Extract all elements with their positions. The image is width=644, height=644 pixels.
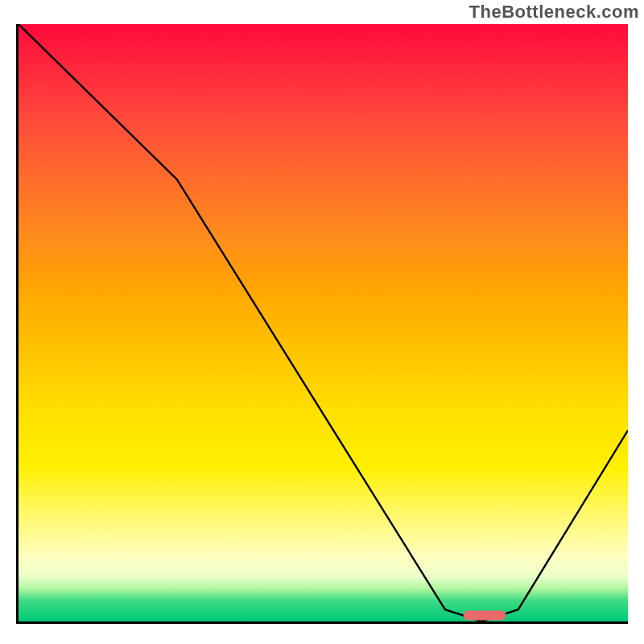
plot-area — [16, 24, 628, 624]
curve-svg — [19, 24, 628, 621]
bottleneck-curve-path — [19, 24, 628, 621]
optimum-marker — [464, 611, 506, 621]
chart-container: TheBottleneck.com — [0, 0, 644, 644]
watermark-text: TheBottleneck.com — [469, 2, 639, 23]
